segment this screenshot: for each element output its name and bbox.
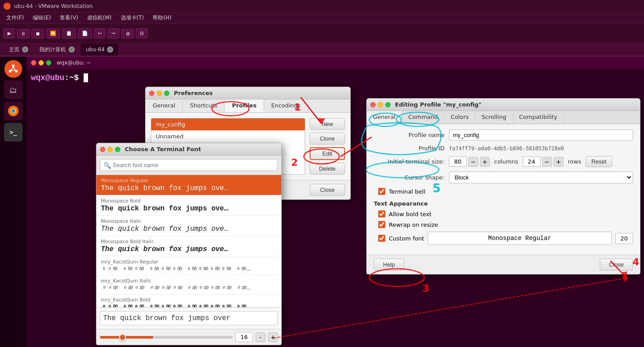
toolbar-btn-6[interactable]: 📄: [78, 28, 92, 38]
terminal-max-dot[interactable]: [46, 60, 51, 65]
tab-mycomputer[interactable]: 我的计算机 ×: [34, 43, 80, 56]
editprofile-max-dot[interactable]: [385, 102, 391, 107]
font-preview-6: ꧞꧞꧟ ꧞꧟꧞꧟ ꧞꧟꧞꧟꧞꧟ ꧞꧟꧞꧟꧞꧟꧞꧟ ꧞꧟…: [101, 304, 277, 308]
ep-tab-colors[interactable]: Colors: [445, 111, 475, 124]
toolbar-btn-3[interactable]: ⏹: [31, 29, 44, 38]
sidebar-firefox[interactable]: [4, 102, 23, 120]
tab-ubu64[interactable]: ubu-64 ×: [80, 43, 119, 56]
menu-help[interactable]: 帮助(H): [148, 13, 176, 23]
font-item-5[interactable]: mry_KacstQurn Italic ꧞꧞꧟ ꧞꧟꧞꧟ ꧞꧟꧞꧟꧞꧟ ꧞꧟꧞…: [96, 275, 281, 294]
sidebar-terminal[interactable]: >_: [4, 123, 23, 141]
ep-font-button[interactable]: Monospace Regular: [428, 232, 612, 245]
terminal-min-dot[interactable]: [38, 60, 44, 65]
terminal-win-dots: [31, 60, 51, 65]
font-size-plus[interactable]: +: [268, 332, 278, 342]
profile-item-myconfig[interactable]: my_config: [151, 118, 305, 130]
font-item-1[interactable]: Monospace Bold The quick brown fox jumps…: [96, 195, 281, 216]
font-name-5: mry_KacstQurn Italic: [101, 278, 277, 284]
ep-close-button[interactable]: Close: [600, 259, 633, 271]
ep-tab-general[interactable]: General: [367, 111, 402, 124]
font-close-dot[interactable]: [100, 147, 105, 152]
ep-profile-name-label: Profile name: [374, 132, 445, 138]
menu-view[interactable]: 查看(V): [55, 13, 83, 23]
ep-rewrap-row: Rewrap on resize: [374, 221, 633, 228]
toolbar-btn-2[interactable]: ⏸: [17, 29, 30, 38]
ep-rewrap-checkbox[interactable]: [378, 221, 385, 228]
prefs-max-dot[interactable]: [164, 91, 169, 96]
ep-rows-plus[interactable]: +: [554, 157, 564, 167]
ep-reset-button[interactable]: Reset: [586, 156, 612, 167]
toolbar-btn-9[interactable]: 🖥: [121, 29, 134, 38]
toolbar-btn-10[interactable]: ⊟: [136, 28, 148, 38]
font-size-minus[interactable]: -: [256, 332, 265, 342]
profile-item-unnamed[interactable]: Unnamed: [151, 130, 305, 142]
ep-profile-name-input[interactable]: [449, 130, 633, 141]
prefs-tab-shortcuts[interactable]: Shortcuts: [183, 99, 225, 112]
font-max-dot[interactable]: [115, 147, 120, 152]
ep-rows-minus[interactable]: −: [542, 157, 552, 167]
preferences-tabs: General Shortcuts Profiles Encodings: [146, 99, 350, 113]
ep-terminal-bell-checkbox[interactable]: [378, 188, 385, 195]
menu-edit[interactable]: 编辑(E): [28, 13, 55, 23]
terminal-close-dot[interactable]: [31, 60, 36, 65]
font-preview-area: The quick brown fox jumps over: [96, 308, 281, 329]
vmware-title: ubu-64 - VMware Workstation: [14, 3, 93, 9]
prefs-tab-profiles[interactable]: Profiles: [225, 99, 264, 112]
editprofile-close-dot[interactable]: [370, 102, 376, 107]
prefs-tab-general[interactable]: General: [146, 99, 183, 112]
clone-profile-button[interactable]: Clone: [310, 133, 345, 145]
font-item-4[interactable]: mry_KacstQurn Regular ꧞꧞꧟ ꧞꧟꧞꧟ ꧞꧟꧞꧟꧞꧟ ꧞꧟…: [96, 256, 281, 275]
tab-home-close[interactable]: ×: [22, 46, 28, 53]
menu-file[interactable]: 文件(F): [2, 13, 28, 23]
ep-columns-minus[interactable]: −: [468, 157, 478, 167]
toolbar-btn-7[interactable]: ↩: [94, 28, 106, 38]
ep-tab-scrolling[interactable]: Scrolling: [475, 111, 513, 124]
tab-mycomputer-close[interactable]: ×: [69, 46, 75, 53]
ep-columns-value: 80: [449, 156, 467, 167]
prefs-close-dot[interactable]: [149, 91, 154, 96]
font-item-3[interactable]: Monospace Bold Italic The quick brown fo…: [96, 236, 281, 256]
tab-home[interactable]: 主页 ×: [4, 43, 34, 56]
ep-allow-bold-checkbox[interactable]: [378, 210, 385, 217]
ep-tab-compat[interactable]: Compatibility: [513, 111, 564, 124]
vmware-titlebar: ubu-64 - VMware Workstation: [0, 0, 644, 12]
editprofile-titlebar: Editing Profile "my_config": [367, 99, 640, 111]
editprofile-min-dot[interactable]: [378, 102, 383, 107]
tab-ubu64-label: ubu-64: [86, 46, 104, 53]
menu-tabs[interactable]: 选项卡(T): [116, 13, 149, 23]
ep-columns-plus[interactable]: +: [480, 157, 490, 167]
font-name-6: mry_KacstQurn Bold: [101, 297, 277, 303]
font-item-2[interactable]: Monospace Italic The quick brown fox jum…: [96, 216, 281, 236]
edit-profile-button[interactable]: Edit: [310, 147, 345, 160]
editprofile-footer: Help Close: [367, 255, 640, 274]
font-search-wrapper: 🔍: [100, 159, 278, 171]
ep-allow-bold-row: Allow bold text: [374, 210, 633, 217]
terminal-body[interactable]: wqx@ubu:~$: [27, 69, 644, 87]
delete-profile-button[interactable]: Delete: [310, 163, 345, 175]
ep-tab-command[interactable]: Command: [402, 111, 445, 124]
sidebar-ubuntu[interactable]: [4, 60, 22, 78]
toolbar-btn-4[interactable]: ⏩: [46, 28, 60, 38]
menu-vm[interactable]: 虚拟机(M): [83, 13, 116, 23]
terminal-cursor: [84, 73, 88, 82]
font-preview-0: The quick brown fox jumps ove…: [101, 184, 277, 192]
toolbar-btn-5[interactable]: 📋: [62, 28, 76, 38]
font-item-6[interactable]: mry_KacstQurn Bold ꧞꧞꧟ ꧞꧟꧞꧟ ꧞꧟꧞꧟꧞꧟ ꧞꧟꧞꧟꧞…: [96, 294, 281, 308]
font-item-0[interactable]: Monospace Regular The quick brown fox ju…: [96, 175, 281, 195]
prefs-min-dot[interactable]: [157, 91, 162, 96]
font-min-dot[interactable]: [107, 147, 113, 152]
ep-cursor-shape-select[interactable]: Block I-Beam Underline: [449, 172, 633, 183]
prefs-close-button[interactable]: Close: [310, 184, 345, 196]
font-search-input[interactable]: [100, 159, 278, 171]
tab-ubu64-close[interactable]: ×: [107, 46, 113, 53]
font-size-slider[interactable]: [100, 336, 233, 339]
sidebar-files[interactable]: 🗂: [4, 80, 23, 99]
ep-help-button[interactable]: Help: [374, 259, 404, 271]
ep-rows-value: 24: [523, 156, 540, 167]
toolbar-btn-1[interactable]: ▶: [4, 28, 15, 38]
toolbar-btn-8[interactable]: ↪: [107, 28, 119, 38]
terminal-titlebar: wqx@ubu: ~: [27, 57, 644, 69]
ep-custom-font-checkbox[interactable]: [378, 235, 385, 242]
new-profile-button[interactable]: New: [310, 118, 345, 130]
prefs-tab-encodings[interactable]: Encodings: [264, 99, 308, 112]
